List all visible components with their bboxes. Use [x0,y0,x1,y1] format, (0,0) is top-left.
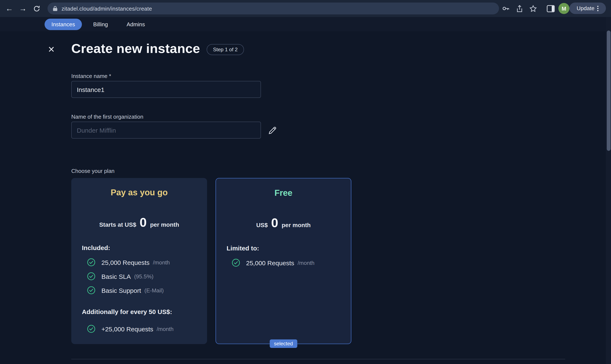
plan-section2-title: Additionally for every 50 US$: [82,308,172,315]
plan-card-pay-as-you-go[interactable]: Pay as you go Starts at US$ 0 per month … [71,178,207,344]
scrollbar-track[interactable] [606,17,611,364]
price-prefix: US$ [256,222,268,228]
plan-feature-list-extra: +25,000 Requests /month [87,324,202,334]
feature-text: 25,000 Requests [101,259,150,266]
check-circle-icon [87,325,96,333]
share-button[interactable] [514,4,525,13]
profile-avatar[interactable]: M [558,3,569,14]
plan-feature-list: 25,000 Requests /month [232,258,346,267]
plan-section-title: Included: [82,244,110,251]
update-label: Update [577,5,595,12]
bookmark-button[interactable] [527,4,539,13]
browser-update-button[interactable]: Update [569,2,606,14]
nav-tab-billing[interactable]: Billing [87,19,114,30]
plan-feature: 25,000 Requests /month [87,258,202,267]
url-text: zitadel.cloud/admin/instances/create [62,5,152,12]
feature-text: 25,000 Requests [246,259,294,266]
feature-note: (E-Mail) [144,287,164,293]
plan-feature: Basic Support (E-Mail) [87,286,202,295]
edit-organization-button[interactable] [267,125,278,136]
key-icon [501,4,510,13]
menu-dots-icon [597,5,599,11]
plan-name: Pay as you go [71,188,207,197]
feature-text: Basic SLA [101,273,131,280]
price-suffix: per month [281,222,311,228]
feature-text: Basic Support [101,287,141,294]
organization-name-label: Name of the first organization [71,114,143,120]
feature-text: +25,000 Requests [101,325,153,332]
plan-feature: Basic SLA (95.5%) [87,272,202,281]
feature-note: /month [298,260,315,266]
check-circle-icon [87,258,96,267]
close-button[interactable]: × [46,44,57,55]
lock-icon [53,5,58,12]
nav-tab-instances[interactable]: Instances [44,19,82,30]
instance-name-input[interactable] [71,81,261,98]
instance-name-label: Instance name * [71,73,111,79]
nav-tab-label: Instances [51,21,75,27]
plan-price: US$ 0 per month [216,216,351,230]
price-suffix: per month [150,221,179,228]
check-circle-icon [87,272,96,281]
plan-name: Free [216,188,351,198]
scrollbar-thumb[interactable] [607,30,611,151]
price-amount: 0 [271,216,278,230]
forward-button[interactable]: → [17,2,29,14]
feature-note: /month [153,259,170,265]
selected-badge: selected [270,339,297,348]
step-badge: Step 1 of 2 [207,44,244,55]
share-icon [516,4,523,13]
passwords-key-button[interactable] [500,4,512,13]
organization-name-input[interactable] [71,122,261,139]
browser-toolbar: ← → zitadel.cloud/admin/instances/create [0,0,611,17]
plan-feature: +25,000 Requests /month [87,324,202,334]
side-panel-button[interactable] [545,4,557,13]
reload-icon [33,5,40,12]
check-circle-icon [232,259,240,267]
address-bar[interactable]: zitadel.cloud/admin/instances/create [48,2,499,14]
reload-button[interactable] [30,2,42,14]
plan-feature: 25,000 Requests /month [232,258,346,267]
feature-note: (95.5%) [134,273,153,279]
price-amount: 0 [139,215,147,230]
pencil-icon [268,126,277,135]
back-button[interactable]: ← [3,2,15,14]
nav-tab-label: Billing [93,21,108,27]
nav-tab-admins[interactable]: Admins [122,19,149,30]
section-divider [71,359,565,359]
price-prefix: Starts at US$ [99,221,136,228]
site-nav: Instances Billing Admins [0,17,611,31]
plan-feature-list: 25,000 Requests /month Basic SLA (95.5%)… [87,258,202,295]
choose-plan-label: Choose your plan [71,168,114,174]
nav-tab-label: Admins [127,21,145,27]
check-circle-icon [87,286,96,295]
plan-section-title: Limited to: [227,245,259,252]
page-title: Create new instance [71,41,200,56]
star-icon [529,4,537,13]
plan-card-free[interactable]: Free US$ 0 per month Limited to: 25,000 … [216,178,351,344]
side-panel-icon [546,5,555,12]
browser-window: ← → zitadel.cloud/admin/instances/create [0,0,611,364]
plan-price: Starts at US$ 0 per month [71,215,207,230]
feature-note: /month [157,326,174,332]
